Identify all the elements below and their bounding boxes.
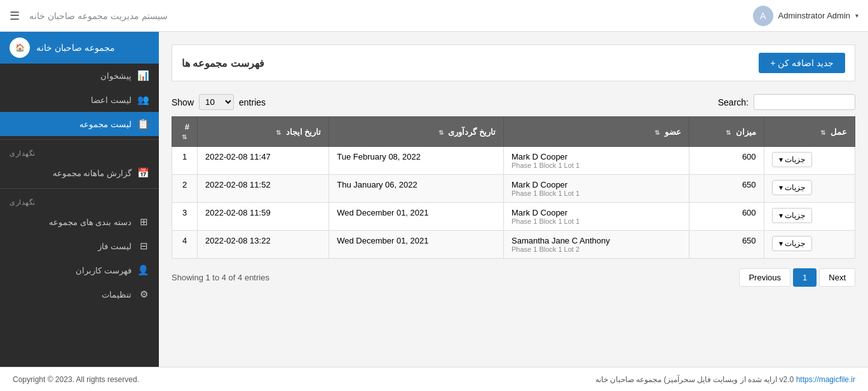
search-input[interactable]: [754, 94, 855, 110]
sidebar-label-categories: دسته بندی های مجموعه: [49, 217, 132, 227]
table-row: 2 2022-02-08 11:52 Thu January 06, 2022 …: [172, 175, 855, 203]
show-label: Show: [172, 97, 194, 107]
sidebar-label-list-majmooe: لیست مجموعه: [79, 120, 132, 129]
page-title: فهرست مجموعه ها: [182, 57, 264, 69]
member-sub: Phase 1 Block 1 Lot 1: [512, 189, 681, 197]
col-num: # ⇅: [172, 117, 198, 147]
top-bar-left: ☰ سیستم مدیریت مجموعه صاحبان خانه: [10, 9, 168, 23]
details-button[interactable]: جزیات ▾: [772, 180, 812, 195]
sidebar-label-settings: تنظیمات: [102, 290, 132, 299]
page-1-button[interactable]: 1: [793, 268, 817, 287]
entries-select[interactable]: 10 25 50 100: [199, 94, 234, 110]
details-button[interactable]: جزیات ▾: [772, 152, 812, 167]
sidebar-item-settings[interactable]: ⚙ تنظیمات: [0, 282, 159, 306]
table-row: 1 2022-02-08 11:47 Tue February 08, 2022…: [172, 147, 855, 175]
cell-num: 3: [172, 203, 198, 231]
cell-create-date: 2022-02-08 11:52: [198, 175, 329, 203]
settings-icon: ⚙: [138, 289, 149, 300]
entries-label: entries: [239, 97, 266, 107]
sidebar-label-members: لیست اعضا: [91, 95, 132, 105]
data-table: # ⇅ تاریخ ایجاد ⇅ تاریخ گردآوری ⇅ عضو ⇅ …: [172, 116, 855, 259]
footer-desc: ارایه شده از وبسایت فایل سحرآمیز) مجموعه…: [595, 375, 778, 384]
sidebar-section-title-1: نگهداری: [0, 143, 159, 161]
sidebar-item-monthly-report[interactable]: 📅 گزارش ماهانه مجموعه: [0, 161, 159, 185]
member-sub: Phase 1 Block 1 Lot 1: [512, 161, 681, 169]
cell-num: 4: [172, 231, 198, 259]
top-bar: ☰ سیستم مدیریت مجموعه صاحبان خانه A Admi…: [0, 0, 868, 32]
cell-create-date: 2022-02-08 11:47: [198, 147, 329, 175]
sidebar-item-categories[interactable]: ⊞ دسته بندی های مجموعه: [0, 210, 159, 234]
cell-amount: 600: [689, 147, 764, 175]
cell-member: Mark D Cooper Phase 1 Block 1 Lot 1: [504, 203, 689, 231]
sidebar-divider-2: [0, 188, 159, 189]
cell-member: Mark D Cooper Phase 1 Block 1 Lot 1: [504, 175, 689, 203]
details-button[interactable]: جزیات ▾: [772, 236, 812, 251]
admin-avatar: A: [753, 6, 773, 26]
member-name: Mark D Cooper: [512, 152, 681, 161]
cell-member: Samantha Jane C Anthony Phase 1 Block 1 …: [504, 231, 689, 259]
brand-logo: 🏠: [10, 38, 30, 58]
search-box: Search:: [718, 94, 855, 110]
sidebar-item-list-majmooe[interactable]: 📋 لیست مجموعه: [0, 112, 159, 136]
details-button[interactable]: جزیات ▾: [772, 208, 812, 223]
footer-copyright: Copyright © 2023. All rights reserved.: [13, 375, 139, 384]
sidebar: 🏠 مجموعه صاحبان خانه 📊 پیشخوان 👥 لیست اع…: [0, 32, 159, 367]
sidebar-divider-1: [0, 139, 159, 140]
cell-amount: 650: [689, 231, 764, 259]
col-collect-date: تاریخ گردآوری ⇅: [329, 117, 504, 147]
footer-right-text: v2.0 https://magicfile.ir ارایه شده از و…: [595, 375, 855, 384]
footer-version: v2.0: [780, 375, 794, 384]
brand-name: مجموعه صاحبان خانه: [36, 43, 115, 53]
cell-amount: 650: [689, 175, 764, 203]
cell-member: Mark D Cooper Phase 1 Block 1 Lot 1: [504, 147, 689, 175]
sidebar-label-dashboard: پیشخوان: [100, 71, 132, 81]
member-name: Samantha Jane C Anthony: [512, 236, 681, 245]
member-sub: Phase 1 Block 1 Lot 1: [512, 217, 681, 225]
cell-collect-date: Wed December 01, 2021: [329, 203, 504, 231]
cell-amount: 600: [689, 203, 764, 231]
footer-link[interactable]: https://magicfile.ir: [796, 375, 855, 384]
sidebar-item-dashboard[interactable]: 📊 پیشخوان: [0, 64, 159, 88]
member-sub: Phase 1 Block 1 Lot 2: [512, 245, 681, 253]
previous-button[interactable]: Previous: [739, 268, 790, 287]
sidebar-item-phase[interactable]: ⊟ لیست فاز: [0, 234, 159, 258]
member-name: Mark D Cooper: [512, 180, 681, 189]
categories-icon: ⊞: [138, 216, 149, 228]
col-create-date: تاریخ ایجاد ⇅: [198, 117, 329, 147]
col-action: عمل ⇅: [764, 117, 855, 147]
sidebar-item-members[interactable]: 👥 لیست اعضا: [0, 88, 159, 112]
show-entries: Show 10 25 50 100 entries: [172, 94, 266, 110]
hamburger-icon[interactable]: ☰: [10, 9, 20, 23]
cell-action: جزیات ▾: [764, 175, 855, 203]
col-amount: میزان ⇅: [689, 117, 764, 147]
cell-collect-date: Thu January 06, 2022: [329, 175, 504, 203]
page-header: فهرست مجموعه ها + جدید اضافه کن: [172, 45, 855, 81]
sidebar-label-monthly-report: گزارش ماهانه مجموعه: [53, 168, 132, 178]
table-row: 3 2022-02-08 11:59 Wed December 01, 2021…: [172, 203, 855, 231]
main-content: فهرست مجموعه ها + جدید اضافه کن Show 10 …: [159, 32, 868, 367]
admin-dropdown-icon[interactable]: ▾: [855, 12, 858, 19]
dashboard-icon: 📊: [138, 70, 149, 81]
sidebar-item-users[interactable]: 👤 فهرست کاربران: [0, 258, 159, 282]
showing-text: Showing 1 to 4 of 4 entries: [172, 273, 269, 282]
cell-action: جزیات ▾: [764, 231, 855, 259]
users-icon: 👤: [138, 264, 149, 276]
top-title: سیستم مدیریت مجموعه صاحبان خانه: [29, 11, 168, 21]
cell-collect-date: Tue February 08, 2022: [329, 147, 504, 175]
cell-action: جزیات ▾: [764, 147, 855, 175]
footer: Copyright © 2023. All rights reserved. v…: [0, 367, 868, 391]
pagination-area: Showing 1 to 4 of 4 entries Previous 1 N…: [172, 268, 855, 287]
members-icon: 👥: [138, 94, 149, 106]
table-row: 4 2022-02-08 13:22 Wed December 01, 2021…: [172, 231, 855, 259]
pagination: Previous 1 Next: [739, 268, 855, 287]
next-button[interactable]: Next: [819, 268, 855, 287]
cell-create-date: 2022-02-08 11:59: [198, 203, 329, 231]
add-new-button[interactable]: + جدید اضافه کن: [759, 53, 845, 73]
top-bar-right: A Adminstrator Admin ▾: [753, 6, 858, 26]
sidebar-section-title-2: نگهداری: [0, 192, 159, 210]
calendar-icon: 📅: [138, 167, 149, 179]
sidebar-brand: 🏠 مجموعه صاحبان خانه: [0, 32, 159, 64]
table-header-row: # ⇅ تاریخ ایجاد ⇅ تاریخ گردآوری ⇅ عضو ⇅ …: [172, 117, 855, 147]
cell-action: جزیات ▾: [764, 203, 855, 231]
cell-num: 2: [172, 175, 198, 203]
